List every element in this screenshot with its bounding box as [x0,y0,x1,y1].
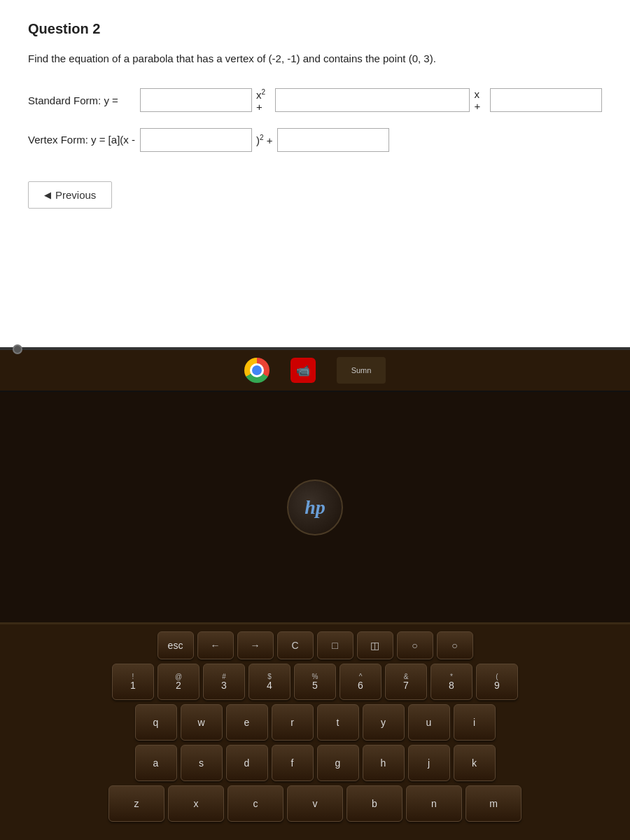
question-text: Find the equation of a parabola that has… [28,51,602,67]
key-brightness-up[interactable]: ○ [437,631,473,659]
key-v[interactable]: v [287,785,343,822]
key-2[interactable]: @ 2 [158,664,200,700]
key-8[interactable]: * 8 [430,664,472,700]
key-y[interactable]: y [363,704,405,741]
x-label: x + [474,88,486,112]
key-7[interactable]: & 7 [385,664,427,700]
vertex-form-row: Vertex Form: y = [a](x - )2 + [28,128,602,152]
key-esc[interactable]: esc [158,631,194,659]
chrome-icon[interactable] [244,358,270,383]
hp-area: hp [0,392,630,622]
key-h[interactable]: h [363,745,405,781]
key-u[interactable]: u [408,704,450,741]
question-title: Question 2 [28,21,602,37]
key-window-switch[interactable]: ◫ [357,631,393,659]
key-r[interactable]: r [272,704,314,741]
qwerty-row: q w e r t y u i [7,704,623,741]
key-fullscreen[interactable]: □ [317,631,354,659]
previous-button[interactable]: ◀ Previous [28,181,112,209]
key-brightness-down[interactable]: ○ [397,631,433,659]
taskbar-app-label: Sumn [351,366,372,374]
vertex-form-label: Vertex Form: y = [a](x - [28,134,140,146]
key-q[interactable]: q [135,704,177,741]
key-i[interactable]: i [454,704,496,741]
key-refresh[interactable]: C [277,631,314,659]
x2-label: x2 + [256,88,271,113]
key-b[interactable]: b [346,785,402,822]
standard-form-label: Standard Form: y = [28,94,140,106]
key-m[interactable]: m [465,785,522,822]
standard-form-row: Standard Form: y = x2 + x + [28,88,602,113]
standard-form-input-a[interactable] [140,88,252,112]
key-x[interactable]: x [168,785,224,822]
key-3[interactable]: # 3 [203,664,245,700]
question-container: Question 2 Find the equation of a parabo… [0,0,630,347]
key-t[interactable]: t [317,704,359,741]
fn-row: esc ← → C □ ◫ ○ ○ [7,631,623,659]
hp-logo: hp [287,479,343,536]
key-j[interactable]: j [408,745,450,781]
asdf-row: a s d f g h j k [7,745,623,781]
bezel-dot [13,344,22,354]
previous-arrow: ◀ [44,190,51,200]
taskbar-app[interactable]: Sumn [337,357,386,384]
key-9[interactable]: ( 9 [476,664,518,700]
key-n[interactable]: n [406,785,462,822]
hp-text: hp [304,496,326,519]
taskbar: 📹 Sumn [0,350,630,392]
key-c[interactable]: c [227,785,284,822]
key-6[interactable]: ^ 6 [340,664,382,700]
zxcv-row: z x c v b n m [7,785,623,822]
key-4[interactable]: $ 4 [248,664,290,700]
key-f[interactable]: f [272,745,314,781]
key-s[interactable]: s [181,745,223,781]
key-z[interactable]: z [108,785,164,822]
key-back[interactable]: ← [197,631,234,659]
previous-label: Previous [55,189,96,201]
vertex-form-input-h[interactable] [140,128,252,152]
key-e[interactable]: e [226,704,268,741]
standard-form-input-c[interactable] [490,88,602,112]
key-g[interactable]: g [317,745,359,781]
num-row: ! 1 @ 2 # 3 $ 4 % 5 ^ 6 & 7 * 8 [7,664,623,700]
vertex-form-input-k[interactable] [277,128,389,152]
camera-icon[interactable]: 📹 [290,358,316,383]
key-d[interactable]: d [226,745,268,781]
vertex-form-mid: )2 + [256,134,273,146]
key-forward[interactable]: → [237,631,274,659]
screen-area: Question 2 Find the equation of a parabo… [0,0,630,350]
key-k[interactable]: k [454,745,496,781]
key-1[interactable]: ! 1 [112,664,154,700]
keyboard-area: esc ← → C □ ◫ ○ ○ ! 1 @ 2 # 3 $ 4 % 5 ^ [0,622,630,840]
key-5[interactable]: % 5 [294,664,336,700]
standard-form-input-b[interactable] [275,88,470,112]
key-w[interactable]: w [181,704,223,741]
key-a[interactable]: a [135,745,177,781]
